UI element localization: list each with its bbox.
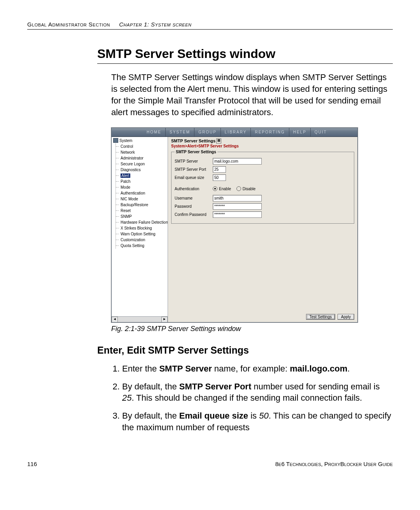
tree-item-x-strikes-blocking[interactable]: X Strikes Blocking [119,225,167,231]
section-title: SMTP Server Settings window [97,47,393,62]
tree-item-control[interactable]: Control [119,144,167,149]
password-label: Password [175,204,213,209]
tree-item-quota-setting[interactable]: Quota Setting [119,243,167,249]
auth-enable-radio[interactable] [213,186,217,191]
menu-help[interactable]: HELP [289,128,311,137]
smtp-server-label: SMTP Server [175,159,213,163]
tree-root[interactable]: System [113,138,167,144]
auth-disable-radio[interactable] [236,186,241,191]
smtp-port-label: SMTP Server Port [175,167,213,172]
page-number: 116 [27,461,37,467]
confirm-password-input[interactable] [213,211,262,218]
smtp-server-input[interactable] [213,158,262,165]
email-queue-input[interactable] [213,174,226,181]
tree-item-mode[interactable]: Mode [119,184,167,190]
panel-close-icon[interactable]: ⊠ [216,138,221,144]
auth-label: Authentication [175,187,213,191]
apply-button[interactable]: Apply [338,314,354,320]
tree-scrollbar[interactable]: ◄ ► [112,316,168,322]
tree-item-warn-option-setting[interactable]: Warn Option Setting [119,231,167,237]
tree-item-backup-restore[interactable]: Backup/Restore [119,202,167,208]
tree-item-authentication[interactable]: Authentication [119,190,167,196]
tree-item-hardware-failure-detection[interactable]: Hardware Failure Detection [119,219,167,225]
username-label: Username [175,196,213,200]
password-input[interactable] [213,203,262,210]
page-footer: 116 8e6 Technologies, ProxyBlocker User … [27,461,393,467]
smtp-port-input[interactable] [213,166,226,173]
tree-item-reset[interactable]: Reset [119,208,167,214]
group-legend: SMTP Server Settings [175,150,217,154]
email-queue-label: Email queue size [175,175,213,180]
folder-icon [113,138,118,143]
confirm-password-label: Confirm Password [175,212,213,217]
running-header: Global Administrator Section Chapter 1: … [27,21,393,30]
menubar: HOME SYSTEM GROUP LIBRARY REPORTING HELP… [112,128,357,137]
header-left: Global Administrator Section [27,21,110,28]
menu-home[interactable]: HOME [143,128,166,137]
tree-item-nic-mode[interactable]: NIC Mode [119,196,167,202]
tree-item-snmp[interactable]: SNMP [119,214,167,219]
tree-item-patch[interactable]: Patch [119,179,167,184]
tree-item-secure-logon[interactable]: Secure Logon [119,161,167,167]
menu-library[interactable]: LIBRARY [221,128,251,137]
scroll-left-icon[interactable]: ◄ [112,317,118,322]
menu-system[interactable]: SYSTEM [166,128,194,137]
tree-item-diagnostics[interactable]: Diagnostics [119,167,167,173]
tree-item-customization[interactable]: Customization [119,237,167,243]
step-1: Enter the SMTP Server name, for example:… [122,363,393,375]
figure-caption: Fig. 2:1-39 SMTP Server Settings window [111,325,393,333]
auth-enable-text: Enable [219,187,231,191]
nav-tree: System ControlNetworkAdministratorSecure… [112,137,168,322]
steps-list: Enter the SMTP Server name, for example:… [111,363,393,434]
panel-title: SMTP Server Settings⊠ [171,138,354,144]
test-settings-button[interactable]: Test Settings [306,314,335,320]
intro-paragraph: The SMTP Server Settings window displays… [111,72,393,118]
auth-disable-text: Disable [243,187,256,191]
header-right: Chapter 1: System screen [119,21,191,28]
menu-reporting[interactable]: REPORTING [251,128,289,137]
tree-item-administrator[interactable]: Administrator [119,155,167,161]
tree-item-network[interactable]: Network [119,149,167,155]
menu-quit[interactable]: QUIT [311,128,331,137]
figure-screenshot: HOME SYSTEM GROUP LIBRARY REPORTING HELP… [111,128,393,322]
breadcrumb: System>Alert>SMTP Server Settings [171,144,354,148]
step-2: By default, the SMTP Server Port number … [122,381,393,404]
app-window: HOME SYSTEM GROUP LIBRARY REPORTING HELP… [111,128,358,322]
settings-group: SMTP Server Settings SMTP Server SMTP Se… [171,150,354,224]
scroll-right-icon[interactable]: ► [161,317,168,322]
subsection-title: Enter, Edit SMTP Server Settings [97,345,393,356]
content-panel: SMTP Server Settings⊠ System>Alert>SMTP … [168,137,357,322]
menu-group[interactable]: GROUP [194,128,221,137]
footer-right: 8e6 Technologies, ProxyBlocker User Guid… [275,461,393,467]
tree-item-alert[interactable]: Alert [119,173,167,179]
username-input[interactable] [213,195,262,202]
step-3: By default, the Email queue size is 50. … [122,410,393,433]
